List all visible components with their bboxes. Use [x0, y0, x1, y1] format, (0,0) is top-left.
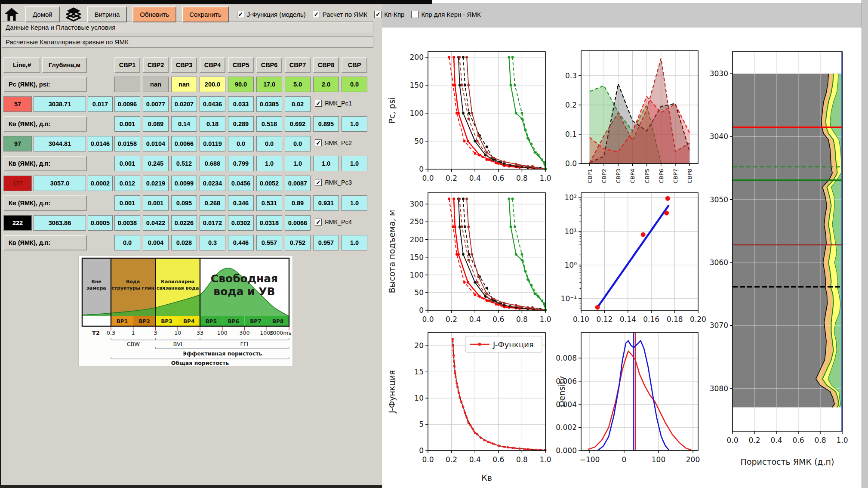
- sample-cbp-cell-4[interactable]: 0.0119: [200, 136, 225, 151]
- sample-porosity-cell[interactable]: 0.0002: [88, 176, 113, 191]
- sample-cbp-cell-5[interactable]: 0.0302: [228, 215, 254, 231]
- sample-cbp-cell-2[interactable]: 0.0422: [143, 215, 169, 231]
- sample-depth-cell[interactable]: 3044.81: [34, 136, 86, 151]
- sample-cbp-cell-3[interactable]: 0.0099: [171, 176, 197, 191]
- sample-depth-cell[interactable]: 3057.0: [34, 176, 86, 191]
- pc-value-cell-3[interactable]: nan: [171, 77, 197, 92]
- kv-value-cell-6[interactable]: 0.531: [256, 195, 282, 211]
- checkbox-icon[interactable]: ✓: [315, 139, 322, 146]
- checkbox-icon[interactable]: ✓: [237, 11, 244, 18]
- sample-line-number[interactable]: 177: [3, 176, 32, 191]
- checkbox-icon[interactable]: [411, 11, 419, 18]
- sample-porosity-cell[interactable]: 0.0005: [88, 215, 113, 231]
- sample-cbp-cell-7[interactable]: 0.0066: [285, 215, 311, 231]
- sample-cbp-cell-3[interactable]: 0.0066: [171, 136, 197, 151]
- kv-value-cell-9[interactable]: 1.0: [342, 116, 367, 132]
- kv-value-cell-1[interactable]: 0.001: [114, 195, 140, 211]
- sample-cbp-cell-4[interactable]: 0.0436: [200, 96, 225, 112]
- sample-porosity-cell[interactable]: 0.0146: [88, 136, 113, 151]
- sample-depth-cell[interactable]: 3063.86: [34, 215, 86, 231]
- kv-value-cell-3[interactable]: 0.095: [171, 195, 197, 211]
- sample-cbp-cell-1[interactable]: 0.0038: [114, 215, 140, 231]
- sample-cbp-cell-5[interactable]: 0.0: [228, 136, 254, 151]
- kv-value-cell-5[interactable]: 0.346: [228, 195, 254, 211]
- sample-cbp-cell-1[interactable]: 0.012: [114, 176, 140, 191]
- kv-value-cell-7[interactable]: 1.0: [285, 156, 311, 171]
- sample-cbp-cell-6[interactable]: 0.0385: [256, 96, 282, 112]
- sample-line-number[interactable]: 222: [3, 215, 32, 231]
- sample-line-number[interactable]: 57: [3, 96, 32, 112]
- pc-value-cell-9[interactable]: 0.0: [342, 77, 367, 92]
- layers-icon[interactable]: [65, 6, 82, 22]
- showcase-button[interactable]: Витрина: [87, 6, 127, 22]
- kv-value-cell-2[interactable]: 0.245: [143, 156, 169, 171]
- kv-value-cell-3[interactable]: 0.512: [171, 156, 197, 171]
- sample-cbp-cell-2[interactable]: 0.0104: [143, 136, 169, 151]
- sample-cbp-cell-2[interactable]: 0.0077: [143, 96, 169, 112]
- sample-cbp-cell-5[interactable]: 0.0456: [228, 176, 254, 191]
- toolbar-checkbox-3[interactable]: ✓Кп-Кпр: [374, 11, 404, 18]
- pc-value-cell-6[interactable]: 17.0: [256, 77, 282, 92]
- kv-value-cell-9[interactable]: 1.0: [342, 195, 367, 211]
- checkbox-icon[interactable]: ✓: [315, 179, 322, 186]
- sample-cbp-cell-3[interactable]: 0.0207: [171, 96, 197, 112]
- kv-value-cell-2[interactable]: 0.089: [143, 116, 169, 132]
- kv-value-cell-8[interactable]: 0.957: [313, 235, 339, 250]
- pc-value-cell-4[interactable]: 200.0: [200, 77, 225, 92]
- kv-value-cell-9[interactable]: 1.0: [342, 156, 367, 171]
- curve-checkbox-ямк_pc4[interactable]: ✓ЯМК_Pc4: [315, 219, 352, 225]
- pc-value-cell-7[interactable]: 5.0: [285, 77, 311, 92]
- kv-value-cell-7[interactable]: 0.752: [285, 235, 311, 250]
- pc-value-cell-2[interactable]: nan: [143, 77, 169, 92]
- sample-cbp-cell-7[interactable]: 0.0087: [285, 176, 311, 191]
- kv-value-cell-7[interactable]: 0.89: [285, 195, 311, 211]
- sample-cbp-cell-1[interactable]: 0.0158: [114, 136, 140, 151]
- curve-checkbox-ямк_pc3[interactable]: ✓ЯМК_Pc3: [315, 179, 352, 186]
- sample-cbp-cell-4[interactable]: 0.0172: [200, 215, 225, 231]
- kv-value-cell-8[interactable]: 0.895: [313, 116, 339, 132]
- sample-cbp-cell-3[interactable]: 0.0226: [171, 215, 197, 231]
- kv-value-cell-7[interactable]: 0.692: [285, 116, 311, 132]
- sample-cbp-cell-5[interactable]: 0.033: [228, 96, 254, 112]
- checkbox-icon[interactable]: ✓: [315, 100, 322, 107]
- home-icon[interactable]: [3, 6, 20, 22]
- sample-cbp-cell-4[interactable]: 0.0234: [200, 176, 225, 191]
- kv-value-cell-8[interactable]: 0.931: [313, 195, 339, 211]
- sample-cbp-cell-1[interactable]: 0.0096: [114, 96, 140, 112]
- kv-value-cell-4[interactable]: 0.18: [200, 116, 225, 132]
- kv-value-cell-6[interactable]: 0.518: [256, 116, 282, 132]
- kv-value-cell-9[interactable]: 1.0: [342, 235, 367, 250]
- sample-cbp-cell-6[interactable]: 0.0: [256, 136, 282, 151]
- kv-value-cell-1[interactable]: 0.001: [114, 156, 140, 171]
- sample-porosity-cell[interactable]: 0.017: [88, 96, 113, 112]
- sample-cbp-cell-6[interactable]: 0.0318: [256, 215, 282, 231]
- checkbox-icon[interactable]: ✓: [374, 11, 382, 18]
- kv-value-cell-5[interactable]: 0.289: [228, 116, 254, 132]
- kv-value-cell-3[interactable]: 0.14: [171, 116, 197, 132]
- kv-value-cell-5[interactable]: 0.799: [228, 156, 254, 171]
- kv-value-cell-6[interactable]: 1.0: [256, 156, 282, 171]
- home-button[interactable]: Домой: [25, 6, 60, 22]
- kv-value-cell-4[interactable]: 0.268: [200, 195, 225, 211]
- pc-value-cell-1[interactable]: [114, 77, 140, 92]
- sample-cbp-cell-2[interactable]: 0.0219: [143, 176, 169, 191]
- kv-value-cell-4[interactable]: 0.688: [200, 156, 225, 171]
- refresh-button[interactable]: Обновить: [132, 6, 176, 22]
- kv-value-cell-2[interactable]: 0.001: [143, 195, 169, 211]
- kv-value-cell-2[interactable]: 0.004: [143, 235, 169, 250]
- pc-value-cell-5[interactable]: 90.0: [228, 77, 254, 92]
- kv-value-cell-6[interactable]: 0.557: [256, 235, 282, 250]
- kv-value-cell-4[interactable]: 0.3: [200, 235, 225, 250]
- sample-cbp-cell-7[interactable]: 0.02: [285, 96, 311, 112]
- toolbar-checkbox-1[interactable]: ✓J-Функция (модель): [237, 11, 306, 18]
- kv-value-cell-3[interactable]: 0.028: [171, 235, 197, 250]
- sample-cbp-cell-7[interactable]: 0.0: [285, 136, 311, 151]
- sample-cbp-cell-6[interactable]: 0.0052: [256, 176, 282, 191]
- kv-value-cell-1[interactable]: 0.0: [114, 235, 140, 250]
- curve-checkbox-ямк_pc2[interactable]: ✓ЯМК_Pc2: [315, 139, 352, 146]
- save-button[interactable]: Сохранить: [182, 6, 229, 22]
- toolbar-checkbox-2[interactable]: ✓Расчет по ЯМК: [313, 11, 368, 18]
- sample-depth-cell[interactable]: 3038.71: [34, 96, 86, 112]
- kv-value-cell-5[interactable]: 0.446: [228, 235, 254, 250]
- checkbox-icon[interactable]: ✓: [313, 11, 320, 18]
